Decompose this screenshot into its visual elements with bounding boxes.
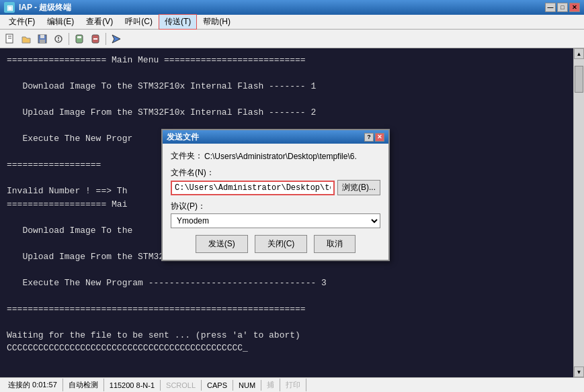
toolbar-props[interactable] [51,32,66,46]
scroll-track[interactable] [574,59,584,366]
window-controls: — □ ✕ [545,3,580,12]
dialog-help-button[interactable]: ? [364,133,374,142]
dialog-buttons: 发送(S) 关闭(C) 取消 [171,235,380,253]
app-icon: ▣ [4,2,15,13]
toolbar-open[interactable] [19,32,34,46]
status-auto-detect: 自动检测 [63,379,104,391]
toolbar [0,30,584,48]
svg-marker-13 [112,35,120,43]
menu-call[interactable]: 呼叫(C) [119,14,159,30]
dialog-filename-label: 文件名(N)： [171,167,380,179]
menu-transfer[interactable]: 传送(T) [159,14,197,30]
send-file-dialog: 发送文件 ? ✕ 文件夹： C:\Users\Administrator\Des… [161,129,390,261]
dialog-filename-input-wrap [171,181,335,195]
maximize-button[interactable]: □ [557,3,568,12]
title-bar: ▣ IAP - 超级终端 — □ ✕ [0,0,584,15]
scroll-thumb[interactable] [575,66,583,93]
svg-rect-5 [40,40,45,43]
dialog-content: 文件夹： C:\Users\Administrator\Desktop\temp… [163,144,388,260]
dialog-protocol-select[interactable]: Xmodem Ymodem Zmodem Kermit [171,214,380,228]
title-bar-left: ▣ IAP - 超级终端 [4,2,71,13]
dialog-close-button[interactable]: 关闭(C) [255,235,308,253]
dialog-browse-button[interactable]: 浏览(B)... [337,180,380,195]
status-baud: 115200 8-N-1 [104,380,161,391]
toolbar-hangup[interactable] [88,32,103,46]
svg-rect-4 [40,35,44,38]
dialog-title-controls: ? ✕ [364,133,384,142]
status-bar: 连接的 0:01:57 自动检测 115200 8-N-1 SCROLL CAP… [0,377,584,392]
menu-bar: 文件(F) 编辑(E) 查看(V) 呼叫(C) 传送(T) 帮助(H) [0,15,584,30]
status-scroll: SCROLL [161,380,202,391]
close-button[interactable]: ✕ [569,3,580,12]
dialog-folder-value: C:\Users\Administrator\Desktop\tempfile\… [204,152,380,161]
toolbar-new[interactable] [3,32,17,46]
toolbar-save[interactable] [35,32,50,46]
vertical-scrollbar[interactable]: ▲ ▼ [573,48,584,377]
dialog-folder-label: 文件夹： [171,150,204,162]
dialog-protocol-label: 协议(P)： [171,201,380,212]
toolbar-sep-2 [106,33,106,45]
terminal-container: =================== Main Menu ==========… [0,48,584,377]
toolbar-dial[interactable] [72,32,87,46]
menu-help[interactable]: 帮助(H) [197,14,237,30]
toolbar-send[interactable] [109,32,124,46]
main-area: =================== Main Menu ==========… [0,48,584,377]
menu-edit[interactable]: 编辑(E) [41,14,80,30]
app-title: IAP - 超级终端 [19,2,71,13]
menu-view[interactable]: 查看(V) [80,14,119,30]
svg-rect-9 [76,35,83,43]
status-caps: CAPS [202,380,233,391]
svg-rect-10 [77,36,81,38]
dialog-close-x-button[interactable]: ✕ [375,133,384,142]
dialog-protocol-select-wrap: Xmodem Ymodem Zmodem Kermit [171,213,380,228]
dialog-filename-input[interactable] [172,182,333,194]
scroll-down-btn[interactable]: ▼ [574,366,584,377]
dialog-cancel-button[interactable]: 取消 [314,235,356,253]
menu-file[interactable]: 文件(F) [3,14,41,30]
dialog-title: 发送文件 [167,132,199,143]
dialog-filename-row: 浏览(B)... [171,180,380,195]
status-num: NUM [233,380,261,391]
status-capture: 捕 [261,379,280,391]
minimize-button[interactable]: — [545,3,556,12]
dialog-titlebar: 发送文件 ? ✕ [163,130,388,144]
toolbar-sep-1 [69,33,69,45]
status-connection: 连接的 0:01:57 [3,379,63,391]
svg-point-8 [58,40,59,41]
scroll-up-btn[interactable]: ▲ [574,48,584,59]
status-print: 打印 [280,379,306,391]
dialog-folder-row: 文件夹： C:\Users\Administrator\Desktop\temp… [171,150,380,162]
dialog-send-button[interactable]: 发送(S) [196,235,248,253]
